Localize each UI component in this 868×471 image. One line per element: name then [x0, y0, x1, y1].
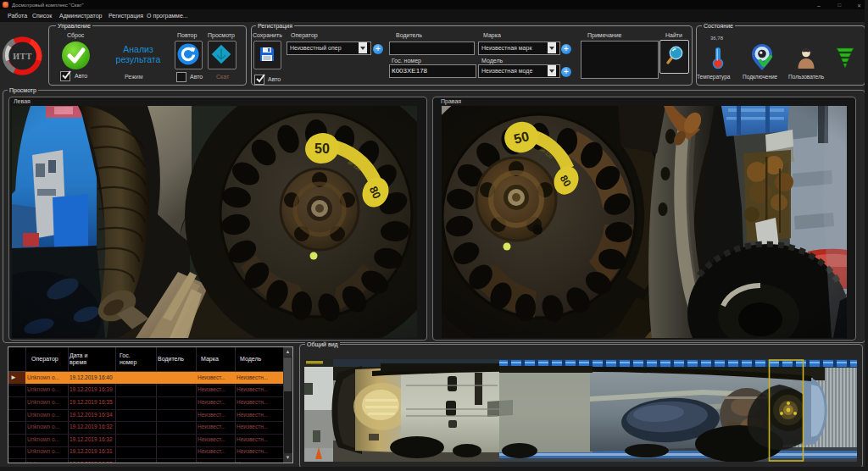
svg-text:ИТТ: ИТТ	[13, 52, 32, 61]
